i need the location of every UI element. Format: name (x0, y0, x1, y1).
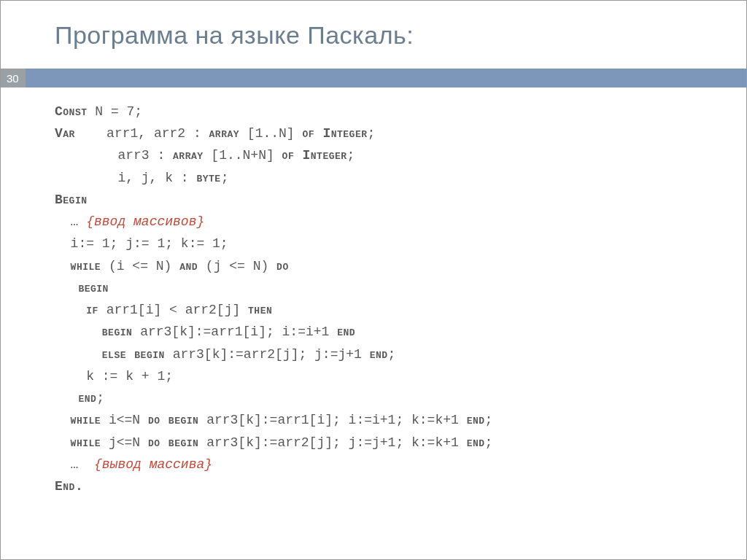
kw-end: End. (55, 479, 83, 494)
code-text: ; (388, 347, 396, 362)
kw-do-begin: do begin (148, 413, 198, 427)
kw-then: then (248, 303, 272, 317)
kw-of-integer: of Integer (302, 126, 367, 141)
code-text: … (55, 214, 86, 229)
code-text: [1..N+N] (204, 148, 282, 163)
comment-output: {вывод массива} (94, 457, 212, 472)
code-text: … (55, 457, 94, 472)
code-text (55, 413, 71, 427)
code-text (55, 303, 86, 317)
kw-byte: byte (196, 171, 220, 185)
code-text: ; (485, 435, 493, 450)
decorative-bar (26, 69, 746, 88)
code-text: arr3 : (55, 148, 173, 163)
code-text (55, 435, 71, 450)
kw-end: end (78, 391, 96, 405)
code-text: ; (221, 171, 229, 185)
code-text (55, 391, 78, 405)
kw-if: if (86, 303, 98, 317)
kw-array: array (173, 148, 204, 163)
code-text: [1..N] (239, 126, 302, 141)
kw-begin: begin (102, 324, 133, 339)
kw-const: Const (55, 104, 88, 119)
code-text: k := k + 1; (55, 369, 173, 384)
code-text: ; (347, 148, 355, 163)
code-text: (j <= N) (198, 259, 276, 273)
code-text: arr3[k]:=arr2[j]; j:=j+1 (165, 347, 370, 362)
kw-end: end (467, 413, 485, 427)
code-text: arr1[i] < arr2[j] (98, 303, 248, 317)
kw-while: while (71, 413, 101, 427)
code-text: ; (368, 126, 376, 141)
code-text: i, j, k : (55, 171, 196, 185)
code-text (55, 281, 78, 295)
kw-begin: Begin (55, 192, 88, 207)
code-text (55, 259, 71, 273)
code-block: Const N = 7; Var arr1, arr2 : array [1..… (1, 88, 746, 497)
code-text: ; (485, 413, 493, 427)
code-text: arr3[k]:=arr1[i]; i:=i+1; k:=k+1 (198, 413, 466, 427)
code-text: i<=N (101, 413, 148, 427)
code-text: arr3[k]:=arr1[i]; i:=i+1 (132, 324, 337, 339)
comment-input: {ввод массивов} (86, 214, 204, 229)
code-text: ; (96, 391, 104, 405)
code-text: i:= 1; j:= 1; k:= 1; (55, 236, 228, 251)
header-bar: 30 (1, 69, 746, 88)
kw-of-integer: of Integer (282, 148, 347, 163)
code-text: j<=N (101, 435, 148, 450)
kw-end: end (467, 435, 485, 450)
code-text (55, 347, 102, 362)
code-text: arr3[k]:=arr2[j]; j:=j+1; k:=k+1 (198, 435, 466, 450)
kw-and: and (179, 259, 198, 273)
kw-while: while (71, 435, 101, 450)
code-text: (i <= N) (101, 259, 179, 273)
kw-begin: begin (78, 281, 109, 295)
slide-title: Программа на языке Паскаль: (1, 1, 746, 57)
slide: Программа на языке Паскаль: 30 Const N =… (0, 0, 747, 560)
kw-end: end (337, 324, 355, 339)
kw-end: end (370, 347, 388, 362)
page-number-badge: 30 (1, 69, 26, 88)
code-text: N = 7; (88, 104, 143, 119)
code-text (55, 324, 102, 339)
kw-array: array (209, 126, 240, 141)
kw-do-begin: do begin (148, 435, 198, 450)
kw-else-begin: else begin (102, 347, 165, 362)
kw-var: Var (55, 126, 75, 141)
code-text: arr1, arr2 : (75, 126, 209, 141)
kw-while: while (71, 259, 101, 273)
kw-do: do (276, 259, 289, 273)
